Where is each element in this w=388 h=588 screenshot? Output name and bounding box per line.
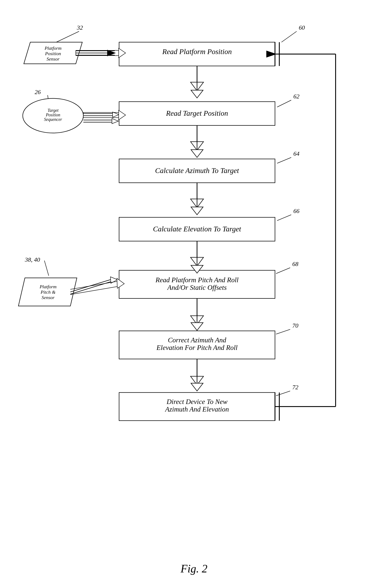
ref-32: 32 — [77, 24, 83, 31]
diagram-container: 32 Platform Position Sensor 60 Read Plat… — [13, 9, 377, 571]
correct-azimuth-label1: Correct Azimuth And — [168, 336, 226, 344]
ref-60: 60 — [299, 24, 305, 31]
read-platform-pitch-label2: And/Or Static Offsets — [167, 283, 227, 291]
svg-marker-58 — [191, 90, 203, 98]
svg-line-3 — [56, 31, 79, 42]
svg-marker-62 — [191, 207, 203, 215]
correct-azimuth-label2: Elevation For Pitch And Roll — [156, 344, 238, 351]
target-pos-seq-label1: Target — [48, 108, 59, 113]
svg-line-20 — [277, 157, 291, 163]
svg-line-54 — [70, 281, 119, 289]
figure-label: Fig. 2 — [181, 562, 207, 575]
platform-position-sensor-label3: Sensor — [47, 56, 60, 62]
svg-marker-66 — [191, 323, 203, 330]
platform-position-sensor-label1: Platform — [44, 45, 61, 51]
svg-marker-68 — [191, 383, 203, 391]
svg-marker-13 — [113, 112, 119, 117]
svg-line-26 — [44, 261, 49, 276]
ref-68: 68 — [292, 261, 298, 267]
ref-3840: 38, 40 — [25, 256, 40, 263]
platform-pitch-label1: Platform — [39, 284, 56, 289]
svg-line-23 — [277, 215, 291, 220]
ref-64: 64 — [293, 150, 299, 157]
ref-72: 72 — [292, 384, 298, 391]
svg-line-30 — [276, 268, 290, 274]
svg-line-7 — [282, 31, 297, 42]
target-pos-seq-label3: Sequencer — [44, 117, 62, 122]
read-platform-position-label: Read Platform Position — [162, 47, 232, 56]
svg-line-17 — [277, 100, 291, 107]
ref-26: 26 — [35, 89, 41, 95]
calculate-azimuth-label: Calculate Azimuth To Target — [155, 167, 239, 174]
platform-pitch-label2: Pitch & — [40, 289, 56, 295]
svg-line-36 — [276, 391, 290, 396]
platform-pitch-label3: Sensor — [42, 295, 54, 300]
target-pos-seq-label2: Position — [46, 112, 60, 117]
svg-line-27 — [70, 279, 113, 292]
flowchart-svg: 32 Platform Position Sensor 60 Read Plat… — [13, 9, 377, 571]
svg-line-55 — [70, 286, 119, 295]
svg-line-33 — [276, 329, 290, 334]
ref-62: 62 — [293, 93, 299, 100]
platform-position-sensor-label2: Position — [45, 51, 61, 56]
ref-66: 66 — [293, 208, 299, 214]
ref-70: 70 — [292, 322, 298, 329]
direct-device-label2: Azimuth And Elevation — [165, 405, 229, 413]
calculate-elevation-label: Calculate Elevation To Target — [153, 225, 242, 233]
svg-marker-16 — [112, 118, 119, 124]
read-platform-pitch-label1: Read Platform Pitch And Roll — [155, 276, 238, 284]
direct-device-label1: Direct Device To New — [166, 398, 228, 406]
svg-marker-60 — [191, 150, 203, 157]
read-target-position-label: Read Target Position — [166, 109, 228, 117]
